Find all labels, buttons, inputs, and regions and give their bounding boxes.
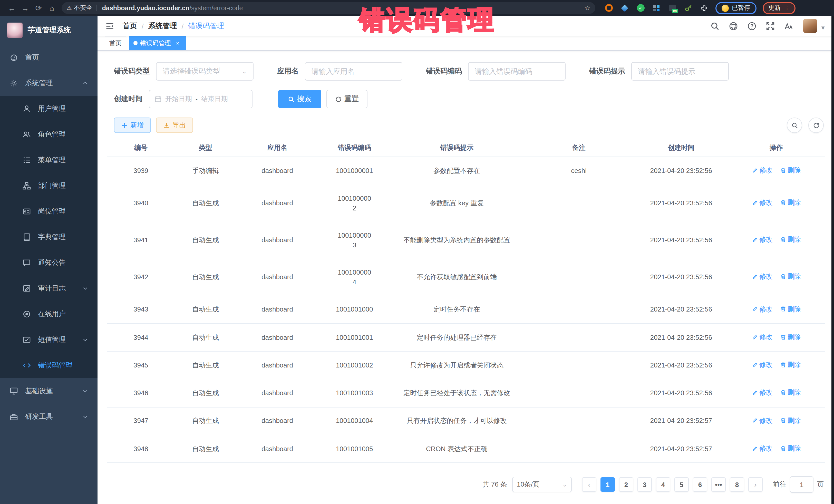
delete-link[interactable]: 删除 (780, 415, 801, 425)
sidebar-item-error-code[interactable]: 错误码管理 (0, 353, 97, 378)
edit-link[interactable]: 修改 (752, 332, 773, 342)
sidebar-item-home[interactable]: 首页 (0, 45, 97, 70)
sidebar-item-system[interactable]: 系统管理 (0, 70, 97, 96)
page-button-5[interactable]: 5 (674, 477, 689, 492)
error-code-input[interactable] (468, 62, 566, 81)
browser-reload-icon[interactable]: ⟳ (32, 3, 45, 13)
sidebar-item-sms[interactable]: 短信管理 (0, 327, 97, 353)
sidebar-item-role[interactable]: 角色管理 (0, 122, 97, 147)
puzzle-extension-icon[interactable] (700, 4, 708, 12)
fullscreen-icon[interactable] (761, 21, 780, 30)
font-size-icon[interactable] (780, 21, 798, 30)
tab-home[interactable]: 首页 (105, 36, 126, 50)
edit-link[interactable]: 修改 (752, 388, 773, 398)
blue-gem-extension-icon[interactable] (620, 4, 629, 12)
edit-link[interactable]: 修改 (752, 415, 773, 425)
edit-link[interactable]: 修改 (752, 235, 773, 245)
edit-link[interactable]: 修改 (752, 360, 773, 370)
cell-remark (523, 222, 635, 259)
close-tab-icon[interactable]: × (174, 40, 181, 47)
green-check-extension-icon[interactable]: ✓ (636, 4, 644, 12)
export-button[interactable]: 导出 (156, 118, 193, 133)
edit-link[interactable]: 修改 (752, 198, 773, 208)
error-type-select[interactable]: 请选择错误码类型 ⌄ (156, 62, 254, 81)
page-button-3[interactable]: 3 (637, 477, 652, 492)
browser-forward-icon[interactable]: → (19, 4, 32, 12)
edit-link[interactable]: 修改 (752, 443, 773, 454)
edit-link[interactable]: 修改 (752, 304, 773, 314)
hamburger-icon[interactable] (105, 21, 114, 30)
tab-error-code[interactable]: 错误码管理× (129, 36, 186, 50)
pager-prev-button[interactable]: ‹ (582, 477, 596, 492)
edit-pen-icon (752, 200, 758, 206)
refresh-table-button[interactable] (808, 118, 824, 133)
delete-link[interactable]: 删除 (780, 443, 801, 454)
sidebar-item-infra[interactable]: 基础设施 (0, 378, 97, 404)
address-divider (96, 5, 97, 11)
goto-page-input[interactable] (790, 476, 813, 493)
error-message-input[interactable] (631, 62, 729, 81)
orange-ring-extension-icon[interactable] (605, 4, 613, 12)
window-scrollbar[interactable] (831, 16, 834, 504)
browser-back-icon[interactable]: ← (5, 4, 19, 12)
sidebar-item-dev-tool[interactable]: 研发工具 (0, 404, 97, 430)
github-icon[interactable] (724, 21, 743, 30)
header-search-icon[interactable] (706, 21, 724, 30)
breadcrumb-item-system[interactable]: 系统管理 (148, 21, 177, 30)
browser-update-button[interactable]: 更新 ⋮ (763, 2, 795, 14)
sidebar-item-online-user[interactable]: 在线用户 (0, 301, 97, 327)
delete-link[interactable]: 删除 (780, 272, 801, 282)
green-key-extension-icon[interactable] (684, 4, 692, 12)
show-search-toggle-button[interactable] (787, 118, 802, 133)
delete-link[interactable]: 删除 (780, 332, 801, 342)
page-button-4[interactable]: 4 (656, 477, 670, 492)
delete-link[interactable]: 删除 (780, 360, 801, 370)
delete-link[interactable]: 删除 (780, 235, 801, 245)
edit-link[interactable]: 修改 (752, 166, 773, 176)
page-button-2[interactable]: 2 (619, 477, 633, 492)
pager-ellipsis[interactable]: ••• (711, 477, 726, 492)
cell-code: 1001000003 (319, 222, 390, 259)
page-button-1[interactable]: 1 (600, 477, 615, 492)
on-badge-extension-icon[interactable]: on (668, 4, 676, 12)
blue-grid-extension-icon[interactable] (652, 4, 660, 12)
delete-link[interactable]: 删除 (780, 304, 801, 314)
org-tree-icon (23, 182, 31, 190)
page-button-8[interactable]: 8 (730, 477, 744, 492)
column-header: 错误码编码 (319, 139, 390, 157)
sidebar-item-audit-log[interactable]: 审计日志 (0, 276, 97, 301)
add-button[interactable]: 新增 (114, 118, 151, 133)
reset-button[interactable]: 重置 (326, 90, 368, 109)
delete-link[interactable]: 删除 (780, 166, 801, 176)
edit-link[interactable]: 修改 (752, 272, 773, 282)
address-bar[interactable]: ⚠ 不安全 dashboard.yudao.iocoder.cn /system… (62, 2, 595, 14)
sidebar-logo-row[interactable]: 芋道管理系统 (0, 16, 97, 45)
page-size-select[interactable]: 10条/页 ⌄ (512, 477, 572, 492)
sidebar-item-menu[interactable]: 菜单管理 (0, 147, 97, 173)
browser-home-icon[interactable]: ⌂ (45, 4, 59, 12)
cell-id: 3948 (107, 435, 175, 463)
url-path: /system/error-code (190, 4, 580, 12)
cell-type: 自动生成 (175, 324, 236, 352)
date-range-picker[interactable]: 开始日期 - 结束日期 (149, 90, 253, 109)
breadcrumb-item-home[interactable]: 首页 (123, 21, 137, 30)
user-avatar[interactable] (803, 19, 817, 33)
search-button[interactable]: 搜索 (278, 90, 321, 109)
error-message-label: 错误码提示 (589, 67, 625, 76)
avatar-caret-down-icon[interactable]: ▼ (820, 24, 826, 30)
sidebar-item-dept[interactable]: 部门管理 (0, 173, 97, 199)
sidebar-item-dict[interactable]: 字典管理 (0, 224, 97, 250)
sidebar-item-notice[interactable]: 通知公告 (0, 250, 97, 276)
column-header: 创建时间 (634, 139, 728, 157)
bookmark-star-icon[interactable]: ☆ (584, 4, 590, 12)
page-button-6[interactable]: 6 (693, 477, 707, 492)
error-code-label: 错误码编码 (426, 67, 462, 76)
help-icon[interactable] (743, 21, 761, 30)
delete-link[interactable]: 删除 (780, 388, 801, 398)
pager-next-button[interactable]: › (748, 477, 763, 492)
app-name-input[interactable] (305, 62, 402, 81)
sidebar-item-user[interactable]: 用户管理 (0, 96, 97, 122)
sidebar-item-post[interactable]: 岗位管理 (0, 199, 97, 224)
paused-extension-badge[interactable]: 已暂停 (716, 2, 756, 14)
delete-link[interactable]: 删除 (780, 198, 801, 208)
